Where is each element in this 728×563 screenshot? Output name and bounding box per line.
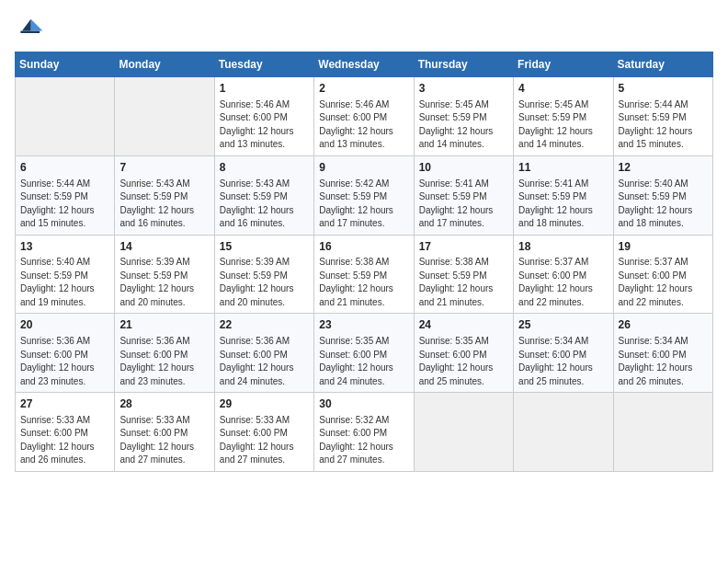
day-number: 23 (319, 317, 408, 333)
day-cell: 18Sunrise: 5:37 AMSunset: 6:00 PMDayligh… (514, 235, 613, 314)
day-number: 18 (518, 239, 608, 255)
day-number: 25 (518, 317, 608, 333)
day-info: Sunrise: 5:38 AMSunset: 5:59 PMDaylight:… (319, 256, 408, 309)
day-info: Sunrise: 5:44 AMSunset: 5:59 PMDaylight:… (20, 178, 109, 231)
day-cell: 21Sunrise: 5:36 AMSunset: 6:00 PMDayligh… (115, 314, 214, 393)
day-info: Sunrise: 5:36 AMSunset: 6:00 PMDaylight:… (119, 335, 209, 388)
week-row-1: 1Sunrise: 5:46 AMSunset: 6:00 PMDaylight… (16, 77, 713, 156)
day-info: Sunrise: 5:42 AMSunset: 5:59 PMDaylight:… (319, 178, 408, 231)
day-info: Sunrise: 5:45 AMSunset: 5:59 PMDaylight:… (419, 98, 508, 152)
day-number: 13 (20, 239, 109, 255)
day-cell (514, 393, 613, 472)
day-info: Sunrise: 5:39 AMSunset: 5:59 PMDaylight:… (220, 256, 309, 309)
day-cell: 26Sunrise: 5:34 AMSunset: 6:00 PMDayligh… (613, 314, 712, 393)
day-cell (613, 393, 712, 472)
day-cell: 12Sunrise: 5:40 AMSunset: 5:59 PMDayligh… (613, 155, 712, 235)
day-number: 4 (518, 81, 608, 97)
day-number: 21 (119, 317, 209, 333)
day-cell: 3Sunrise: 5:45 AMSunset: 5:59 PMDaylight… (414, 77, 513, 156)
day-cell: 7Sunrise: 5:43 AMSunset: 5:59 PMDaylight… (115, 155, 214, 235)
day-info: Sunrise: 5:40 AMSunset: 5:59 PMDaylight:… (619, 178, 708, 231)
day-cell: 15Sunrise: 5:39 AMSunset: 5:59 PMDayligh… (214, 235, 313, 314)
day-info: Sunrise: 5:37 AMSunset: 6:00 PMDaylight:… (619, 256, 708, 309)
day-number: 15 (220, 239, 309, 255)
day-info: Sunrise: 5:40 AMSunset: 5:59 PMDaylight:… (20, 256, 109, 309)
day-info: Sunrise: 5:33 AMSunset: 6:00 PMDaylight:… (20, 414, 109, 467)
day-info: Sunrise: 5:33 AMSunset: 6:00 PMDaylight:… (119, 414, 209, 467)
header-day-sunday: Sunday (16, 52, 115, 77)
day-cell: 25Sunrise: 5:34 AMSunset: 6:00 PMDayligh… (514, 314, 613, 393)
svg-marker-0 (31, 19, 43, 31)
day-number: 29 (220, 396, 309, 412)
day-cell: 13Sunrise: 5:40 AMSunset: 5:59 PMDayligh… (16, 235, 115, 314)
logo-icon (15, 15, 44, 44)
day-info: Sunrise: 5:46 AMSunset: 6:00 PMDaylight:… (220, 98, 309, 152)
header-day-tuesday: Tuesday (214, 52, 313, 77)
day-cell: 14Sunrise: 5:39 AMSunset: 5:59 PMDayligh… (115, 235, 214, 314)
svg-rect-2 (20, 31, 40, 33)
day-info: Sunrise: 5:39 AMSunset: 5:59 PMDaylight:… (119, 256, 209, 309)
calendar-table: SundayMondayTuesdayWednesdayThursdayFrid… (15, 52, 713, 472)
day-cell: 2Sunrise: 5:46 AMSunset: 6:00 PMDaylight… (314, 77, 414, 156)
day-number: 10 (419, 160, 508, 176)
day-cell: 1Sunrise: 5:46 AMSunset: 6:00 PMDaylight… (214, 77, 313, 156)
day-cell: 19Sunrise: 5:37 AMSunset: 6:00 PMDayligh… (613, 235, 712, 314)
week-row-5: 27Sunrise: 5:33 AMSunset: 6:00 PMDayligh… (16, 393, 713, 472)
day-info: Sunrise: 5:46 AMSunset: 6:00 PMDaylight:… (319, 98, 408, 152)
day-cell: 4Sunrise: 5:45 AMSunset: 5:59 PMDaylight… (514, 77, 613, 156)
week-row-4: 20Sunrise: 5:36 AMSunset: 6:00 PMDayligh… (16, 314, 713, 393)
day-cell: 30Sunrise: 5:32 AMSunset: 6:00 PMDayligh… (314, 393, 414, 472)
day-number: 11 (518, 160, 608, 176)
logo (15, 15, 48, 44)
day-number: 7 (119, 160, 209, 176)
day-number: 8 (220, 160, 309, 176)
day-cell: 27Sunrise: 5:33 AMSunset: 6:00 PMDayligh… (16, 393, 115, 472)
header-day-saturday: Saturday (613, 52, 712, 77)
day-number: 3 (419, 81, 508, 97)
calendar-body: 1Sunrise: 5:46 AMSunset: 6:00 PMDaylight… (16, 77, 713, 472)
day-number: 27 (20, 396, 109, 412)
day-info: Sunrise: 5:36 AMSunset: 6:00 PMDaylight:… (20, 335, 109, 388)
day-number: 6 (20, 160, 109, 176)
day-info: Sunrise: 5:34 AMSunset: 6:00 PMDaylight:… (518, 335, 608, 388)
day-number: 26 (619, 317, 708, 333)
day-cell: 17Sunrise: 5:38 AMSunset: 5:59 PMDayligh… (414, 235, 513, 314)
day-cell: 11Sunrise: 5:41 AMSunset: 5:59 PMDayligh… (514, 155, 613, 235)
day-cell (414, 393, 513, 472)
day-info: Sunrise: 5:41 AMSunset: 5:59 PMDaylight:… (518, 178, 608, 231)
calendar-header: SundayMondayTuesdayWednesdayThursdayFrid… (16, 52, 713, 77)
day-cell: 6Sunrise: 5:44 AMSunset: 5:59 PMDaylight… (16, 155, 115, 235)
day-info: Sunrise: 5:35 AMSunset: 6:00 PMDaylight:… (319, 335, 408, 388)
day-number: 12 (619, 160, 708, 176)
day-number: 22 (220, 317, 309, 333)
day-info: Sunrise: 5:45 AMSunset: 5:59 PMDaylight:… (518, 98, 608, 152)
day-cell: 8Sunrise: 5:43 AMSunset: 5:59 PMDaylight… (214, 155, 313, 235)
day-number: 28 (119, 396, 209, 412)
day-number: 9 (319, 160, 408, 176)
page-header (15, 15, 713, 44)
day-cell: 5Sunrise: 5:44 AMSunset: 5:59 PMDaylight… (613, 77, 712, 156)
day-info: Sunrise: 5:43 AMSunset: 5:59 PMDaylight:… (119, 178, 209, 231)
day-cell: 10Sunrise: 5:41 AMSunset: 5:59 PMDayligh… (414, 155, 513, 235)
day-info: Sunrise: 5:38 AMSunset: 5:59 PMDaylight:… (419, 256, 508, 309)
day-info: Sunrise: 5:36 AMSunset: 6:00 PMDaylight:… (220, 335, 309, 388)
day-cell: 16Sunrise: 5:38 AMSunset: 5:59 PMDayligh… (314, 235, 414, 314)
day-number: 24 (419, 317, 508, 333)
day-info: Sunrise: 5:34 AMSunset: 6:00 PMDaylight:… (619, 335, 708, 388)
day-number: 1 (220, 81, 309, 97)
day-info: Sunrise: 5:32 AMSunset: 6:00 PMDaylight:… (319, 414, 408, 467)
day-info: Sunrise: 5:41 AMSunset: 5:59 PMDaylight:… (419, 178, 508, 231)
day-number: 16 (319, 239, 408, 255)
week-row-2: 6Sunrise: 5:44 AMSunset: 5:59 PMDaylight… (16, 155, 713, 235)
day-number: 30 (319, 396, 408, 412)
day-number: 14 (119, 239, 209, 255)
day-info: Sunrise: 5:44 AMSunset: 5:59 PMDaylight:… (619, 98, 708, 152)
day-number: 19 (619, 239, 708, 255)
day-number: 2 (319, 81, 408, 97)
day-cell: 28Sunrise: 5:33 AMSunset: 6:00 PMDayligh… (115, 393, 214, 472)
day-number: 17 (419, 239, 508, 255)
header-day-thursday: Thursday (414, 52, 513, 77)
header-row: SundayMondayTuesdayWednesdayThursdayFrid… (16, 52, 713, 77)
header-day-wednesday: Wednesday (314, 52, 414, 77)
svg-marker-1 (22, 19, 31, 31)
